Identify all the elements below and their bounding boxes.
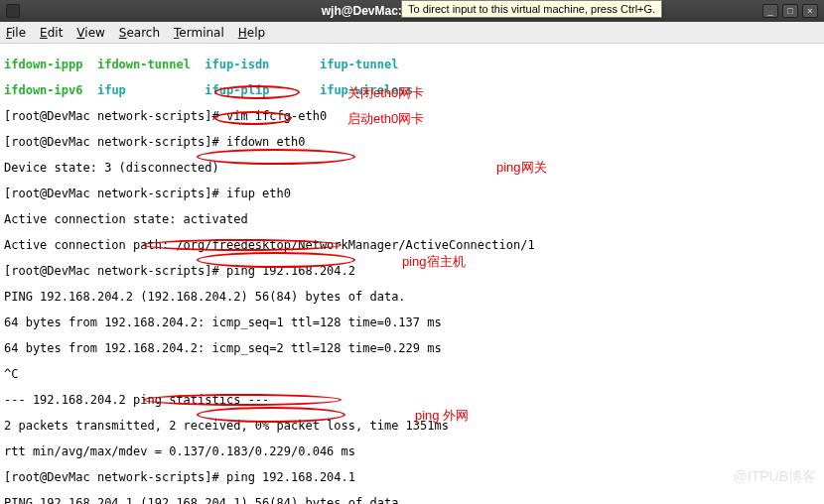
term-line: [root@DevMac network-scripts]# ping 192.… <box>4 265 820 278</box>
term-line: [root@DevMac network-scripts]# ping 192.… <box>4 471 820 484</box>
term-line: rtt min/avg/max/mdev = 0.137/0.183/0.229… <box>4 445 820 458</box>
terminal-icon <box>6 4 20 18</box>
menu-help[interactable]: Help <box>238 26 265 40</box>
close-button[interactable]: × <box>802 4 818 18</box>
minimize-button[interactable]: _ <box>762 4 778 18</box>
terminal-area[interactable]: ifdown-ippp ifdown-tunnel ifup-isdn ifup… <box>0 44 824 504</box>
menu-terminal[interactable]: Terminal <box>174 26 224 40</box>
term-line: [root@DevMac network-scripts]# ifdown et… <box>4 136 820 149</box>
menu-bar: File Edit View Search Terminal Help <box>0 22 824 44</box>
menu-search[interactable]: Search <box>119 26 160 40</box>
term-line: 64 bytes from 192.168.204.2: icmp_seq=2 … <box>4 342 820 355</box>
watermark: @ITPUB博客 <box>734 468 816 486</box>
term-line: Active connection path: /org/freedesktop… <box>4 239 820 252</box>
vm-tooltip: To direct input to this virtual machine,… <box>401 0 662 18</box>
maximize-button[interactable]: □ <box>782 4 798 18</box>
term-line: [root@DevMac network-scripts]# vim ifcfg… <box>4 110 820 123</box>
term-line: ifdown-ippp ifdown-tunnel ifup-isdn ifup… <box>4 59 820 71</box>
menu-edit[interactable]: Edit <box>40 26 63 40</box>
term-line: Active connection state: activated <box>4 213 820 226</box>
menu-view[interactable]: View <box>76 26 104 40</box>
term-line: 2 packets transmitted, 2 received, 0% pa… <box>4 420 820 433</box>
term-line: PING 192.168.204.2 (192.168.204.2) 56(84… <box>4 291 820 304</box>
term-line: PING 192.168.204.1 (192.168.204.1) 56(84… <box>4 497 820 504</box>
term-line: ^C <box>4 368 820 381</box>
term-line: [root@DevMac network-scripts]# ifup eth0 <box>4 188 820 200</box>
term-line: Device state: 3 (disconnected) <box>4 162 820 175</box>
term-line: ifdown-ipv6 ifup ifup-plip ifup-wireless <box>4 84 820 97</box>
term-line: 64 bytes from 192.168.204.2: icmp_seq=1 … <box>4 316 820 329</box>
menu-file[interactable]: File <box>6 26 26 40</box>
term-line: --- 192.168.204.2 ping statistics --- <box>4 394 820 407</box>
